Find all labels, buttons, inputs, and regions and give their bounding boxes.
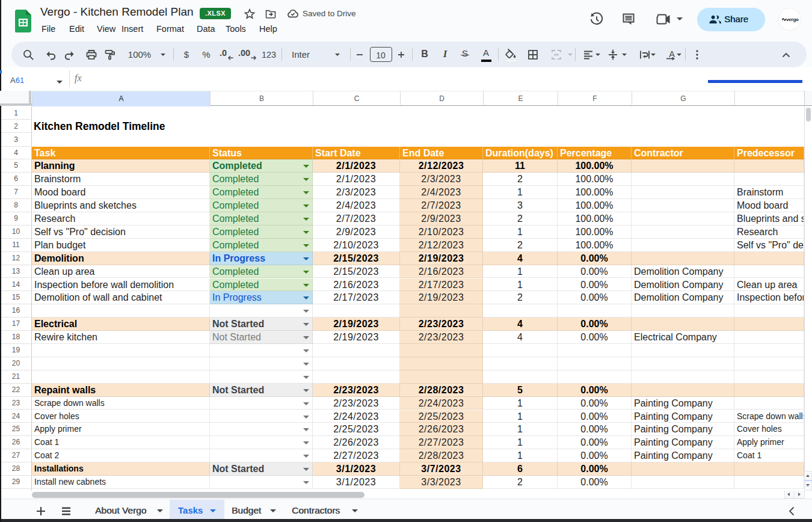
svg-text:vergo: vergo xyxy=(786,17,799,22)
